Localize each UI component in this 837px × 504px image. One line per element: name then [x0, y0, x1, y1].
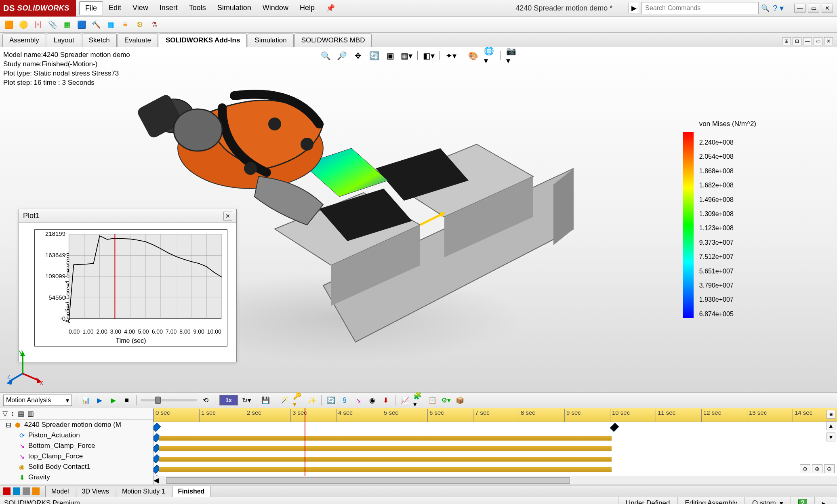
- timeline-ruler[interactable]: 0 sec1 sec2 sec3 sec4 sec5 sec6 sec7 sec…: [154, 408, 837, 422]
- tab-assembly[interactable]: Assembly: [2, 34, 46, 47]
- view-orient-icon[interactable]: ✦▾: [446, 50, 456, 61]
- vp-close-icon[interactable]: ✕: [824, 37, 833, 45]
- tab-addins[interactable]: SOLIDWORKS Add-Ins: [159, 34, 247, 47]
- play-start-icon[interactable]: ▶: [94, 395, 105, 405]
- maximize-button[interactable]: ▭: [808, 4, 819, 13]
- calculate-icon[interactable]: 📊: [80, 395, 91, 405]
- clip-icon[interactable]: 📎: [48, 20, 57, 29]
- zoom-fit-icon[interactable]: 🔍: [320, 50, 331, 61]
- display-style-icon[interactable]: ▦▾: [401, 50, 412, 61]
- cube-icon[interactable]: ▣: [385, 50, 395, 61]
- settings-icon[interactable]: ⚙▾: [441, 395, 451, 405]
- vp-minimize-icon[interactable]: —: [803, 37, 812, 45]
- save-animation-icon[interactable]: 💾: [260, 395, 271, 405]
- timeline-row[interactable]: [154, 464, 837, 475]
- tab-sketch[interactable]: Sketch: [82, 34, 117, 47]
- vp-restore-icon[interactable]: ▭: [814, 37, 822, 45]
- timeline-span[interactable]: [159, 436, 612, 441]
- hammer-icon[interactable]: 🔨: [91, 20, 101, 29]
- new-icon[interactable]: 🟧: [4, 20, 14, 29]
- rotate-icon[interactable]: 🔄: [369, 50, 379, 61]
- gear-icon[interactable]: ⚙: [135, 20, 145, 29]
- filter-icon[interactable]: ▽: [2, 410, 8, 418]
- sim-setup-icon[interactable]: 🧩▾: [413, 395, 424, 405]
- key-icon[interactable]: 🔑▾: [293, 395, 303, 405]
- timeline-row[interactable]: [154, 422, 837, 433]
- open-icon[interactable]: 🟡: [19, 20, 28, 29]
- grid-icon[interactable]: ▦: [106, 20, 116, 29]
- orientation-triad[interactable]: Y X Z: [6, 349, 43, 386]
- motion-tree[interactable]: ⊟ ⬢ 4240 Spreader motion demo (M ⟳ Pisto…: [0, 420, 153, 485]
- timeline-row[interactable]: [154, 433, 837, 443]
- scroll-left-icon[interactable]: ◀: [154, 476, 159, 485]
- wizard-icon[interactable]: 🪄: [279, 395, 290, 405]
- timeline-span[interactable]: [159, 467, 612, 472]
- bottom-tab-model[interactable]: Model: [45, 486, 75, 497]
- tree-row-gravity[interactable]: ⬇ Gravity: [0, 472, 153, 483]
- tree-root-row[interactable]: ⊟ ⬢ 4240 Spreader motion demo (M: [0, 420, 153, 430]
- play-icon[interactable]: ▶: [108, 395, 118, 405]
- sort-icon[interactable]: ↕: [11, 410, 15, 418]
- appearance-icon[interactable]: 🎨: [468, 50, 478, 61]
- help-dropdown-icon[interactable]: ? ▾: [773, 3, 784, 13]
- prop-icon[interactable]: ✨: [307, 395, 317, 405]
- tl-up-icon[interactable]: ▲: [826, 421, 835, 430]
- results-icon[interactable]: 📈: [400, 395, 410, 405]
- keyframe-icon[interactable]: [154, 423, 161, 432]
- stop-icon[interactable]: ■: [122, 395, 132, 405]
- playback-speed-slider[interactable]: [141, 399, 197, 401]
- menu-tools[interactable]: Tools: [183, 1, 212, 15]
- timeline-scrollbar[interactable]: ◀: [154, 476, 837, 485]
- timeline-playhead[interactable]: [305, 408, 305, 476]
- graphics-viewport[interactable]: Model name:4240 Spreader motion demo Stu…: [0, 47, 837, 392]
- section-icon[interactable]: ◧▾: [423, 50, 434, 61]
- vp-expand-icon[interactable]: ⊞: [782, 37, 791, 45]
- close-button[interactable]: ✕: [822, 4, 833, 13]
- pan-icon[interactable]: ✥: [353, 50, 363, 61]
- menu-pin-icon[interactable]: 📌: [320, 1, 341, 15]
- tab-layout[interactable]: Layout: [47, 34, 81, 47]
- tab-simulation[interactable]: Simulation: [248, 34, 293, 47]
- menu-help[interactable]: Help: [294, 1, 320, 15]
- timeline-row[interactable]: [154, 443, 837, 454]
- menu-insert[interactable]: Insert: [154, 1, 183, 15]
- spring-icon[interactable]: §: [339, 395, 350, 405]
- search-input[interactable]: [641, 2, 759, 14]
- search-magnifier-icon[interactable]: 🔍: [761, 4, 770, 13]
- tl-zoom-in-icon[interactable]: ⊕: [812, 464, 822, 473]
- bt-icon-4[interactable]: [32, 487, 40, 495]
- search-command-icon[interactable]: ▶: [629, 3, 639, 13]
- expand-icon[interactable]: ▤: [18, 410, 24, 418]
- motor-icon[interactable]: 🔄: [326, 395, 336, 405]
- tl-collapse-icon[interactable]: ≡: [826, 410, 835, 419]
- status-overflow-icon[interactable]: ▸: [814, 497, 833, 504]
- list-icon[interactable]: ≡: [120, 20, 130, 29]
- plot-titlebar[interactable]: Plot1 ✕: [19, 209, 236, 223]
- tree-row-top-force[interactable]: ↘ top_Clamp_Force: [0, 451, 153, 462]
- menu-window[interactable]: Window: [257, 1, 294, 15]
- status-help-button[interactable]: ?: [791, 497, 814, 504]
- scene-icon[interactable]: 🌐▾: [484, 50, 494, 61]
- minimize-button[interactable]: —: [794, 4, 805, 13]
- bottom-tab-motion-study-1[interactable]: Motion Study 1: [116, 486, 171, 497]
- menu-file[interactable]: File: [79, 1, 103, 15]
- force-icon[interactable]: ↘: [353, 395, 364, 405]
- loop-icon[interactable]: ↻▾: [241, 395, 252, 405]
- slider-thumb[interactable]: [155, 397, 161, 404]
- mass-prop-icon[interactable]: 📦: [454, 395, 465, 405]
- plot-window[interactable]: Plot1 ✕ Applied Force1 (newton) 218199 1…: [19, 209, 237, 362]
- bottom-tab-finished[interactable]: Finished: [172, 486, 211, 497]
- tab-evaluate[interactable]: Evaluate: [118, 34, 158, 47]
- playback-speed-value[interactable]: 1x: [219, 395, 238, 405]
- vp-tile-icon[interactable]: ⊡: [793, 37, 801, 45]
- scrollbar-thumb[interactable]: [166, 477, 570, 484]
- contact-icon[interactable]: ◉: [367, 395, 377, 405]
- bt-icon-1[interactable]: [3, 487, 11, 495]
- keyframe-end-icon[interactable]: [610, 423, 619, 432]
- bt-icon-3[interactable]: [23, 487, 30, 495]
- render-icon[interactable]: 🟦: [77, 20, 86, 29]
- collapse-icon[interactable]: ▥: [27, 410, 34, 418]
- motion-study-type-select[interactable]: Motion Analysis▾: [3, 395, 72, 406]
- tree-expand-icon[interactable]: ⊟: [6, 421, 11, 429]
- misc-icon[interactable]: ⚗: [149, 20, 159, 29]
